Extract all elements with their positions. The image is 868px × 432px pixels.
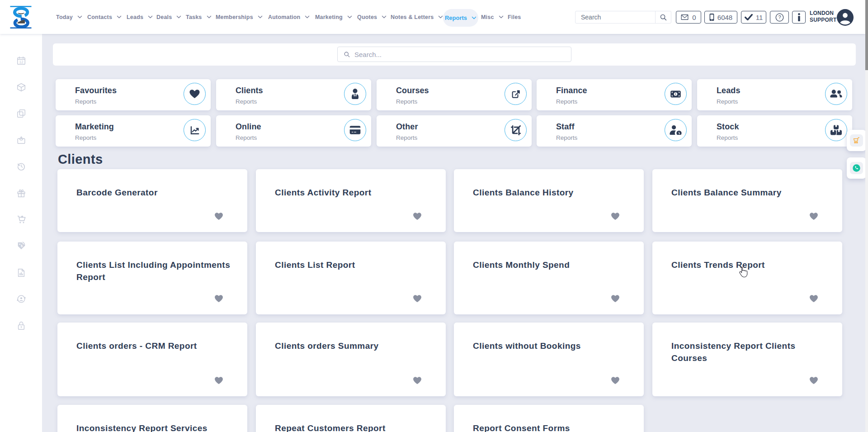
svg-text:12: 12 (19, 60, 24, 64)
svg-text:?: ? (778, 15, 781, 20)
svg-text:$: $ (21, 244, 23, 248)
svg-text:1: 1 (675, 92, 677, 95)
